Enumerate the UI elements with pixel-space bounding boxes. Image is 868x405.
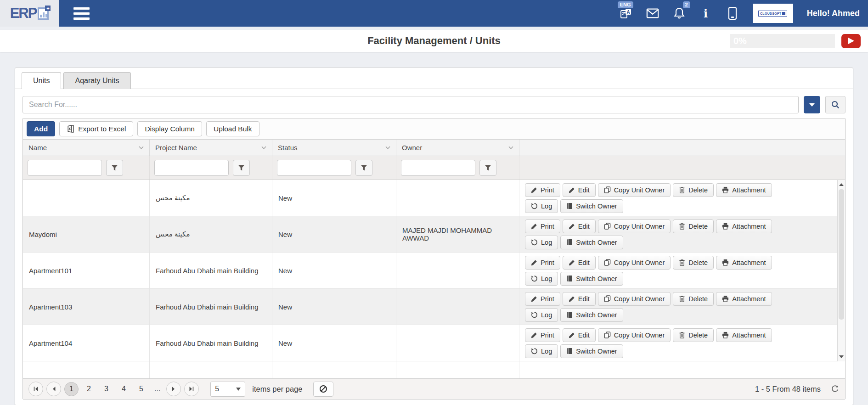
column-header-status[interactable]: Status — [272, 140, 396, 156]
page-button-5[interactable]: 5 — [134, 382, 148, 396]
search-input[interactable] — [23, 96, 799, 113]
delete-button[interactable]: Delete — [673, 219, 714, 233]
filter-button-project-name[interactable] — [233, 160, 250, 176]
copy-unit-owner-button[interactable]: Copy Unit Owner — [598, 292, 671, 306]
cell-project-name: Farhoud Abu Dhabi main Building — [150, 289, 272, 325]
edit-button[interactable]: Edit — [563, 256, 596, 270]
copy-unit-owner-button[interactable]: Copy Unit Owner — [598, 256, 671, 270]
erpa-logo[interactable]: ERP + — [0, 0, 59, 27]
video-help-button[interactable] — [841, 34, 861, 48]
log-button[interactable]: Log — [525, 272, 558, 286]
cell-project-name: Farhoud Abu Dhabi main Building — [150, 325, 272, 361]
column-header-name[interactable]: Name — [23, 140, 150, 156]
book-icon — [566, 348, 573, 354]
switch-owner-button[interactable]: Switch Owner — [560, 199, 623, 213]
edit-button[interactable]: Edit — [563, 219, 596, 233]
scroll-down-arrow[interactable] — [838, 353, 845, 360]
search-options-dropdown[interactable] — [804, 96, 820, 113]
copy-unit-owner-button[interactable]: Copy Unit Owner — [598, 183, 671, 197]
page-button-3[interactable]: 3 — [99, 382, 113, 396]
log-button[interactable]: Log — [525, 236, 558, 249]
tab-units[interactable]: Units — [22, 72, 61, 89]
edit-button[interactable]: Edit — [563, 328, 596, 342]
filter-button-status[interactable] — [355, 160, 372, 176]
print-button[interactable]: Print — [525, 256, 560, 270]
switch-owner-button[interactable]: Switch Owner — [560, 236, 623, 249]
refresh-button[interactable] — [830, 384, 840, 394]
info-icon: i — [704, 7, 708, 20]
user-greeting[interactable]: Hello! Ahmed — [807, 9, 860, 18]
trash-icon — [679, 259, 685, 266]
column-header-owner[interactable]: Owner — [396, 140, 519, 156]
history-icon — [531, 348, 538, 354]
search-icon — [831, 100, 840, 109]
last-page-icon — [189, 386, 194, 392]
filter-button-owner[interactable] — [479, 160, 496, 176]
scrollbar-thumb[interactable] — [839, 189, 844, 320]
chevron-down-icon[interactable] — [385, 146, 390, 149]
cell-actions: Print Edit Copy Unit Owner — [519, 180, 837, 216]
filter-input-owner[interactable] — [401, 160, 475, 176]
page-size-select[interactable]: 5 — [210, 382, 245, 397]
cancel-changes-button[interactable] — [313, 382, 333, 397]
log-button[interactable]: Log — [525, 308, 558, 322]
search-button[interactable] — [825, 96, 845, 113]
progress-value: 0% — [733, 36, 747, 46]
attachment-button[interactable]: Attachment — [716, 328, 772, 342]
upload-bulk-button[interactable]: Upload Bulk — [206, 121, 259, 136]
mobile-app-button[interactable] — [726, 6, 739, 20]
copy-icon — [604, 186, 611, 193]
copy-unit-owner-button[interactable]: Copy Unit Owner — [598, 219, 671, 233]
notifications-button[interactable]: 2 — [673, 6, 686, 20]
attachment-button[interactable]: Attachment — [716, 183, 772, 197]
add-button[interactable]: Add — [27, 121, 55, 136]
print-button[interactable]: Print — [525, 328, 560, 342]
switch-owner-button[interactable]: Switch Owner — [560, 308, 623, 322]
delete-button[interactable]: Delete — [673, 292, 714, 306]
last-page-button[interactable] — [184, 382, 199, 396]
attachment-button[interactable]: Attachment — [716, 292, 772, 306]
log-button[interactable]: Log — [525, 344, 558, 358]
print-button[interactable]: Print — [525, 292, 560, 306]
next-page-button[interactable] — [166, 382, 181, 396]
copy-unit-owner-button[interactable]: Copy Unit Owner — [598, 328, 671, 342]
print-button[interactable]: Print — [525, 219, 560, 233]
tab-aqaraty-units[interactable]: Aqaraty Units — [63, 72, 130, 89]
delete-button[interactable]: Delete — [673, 183, 714, 197]
display-column-button[interactable]: Display Column — [137, 121, 202, 136]
chevron-down-icon[interactable] — [261, 146, 266, 149]
delete-button[interactable]: Delete — [673, 328, 714, 342]
attachment-button[interactable]: Attachment — [716, 256, 772, 270]
previous-page-button[interactable] — [46, 382, 61, 396]
first-page-button[interactable] — [28, 382, 43, 396]
hamburger-menu-button[interactable] — [73, 7, 90, 20]
info-button[interactable]: i — [699, 6, 712, 20]
language-switch-button[interactable]: ENG A — [620, 6, 632, 20]
attachment-button[interactable]: Attachment — [716, 219, 772, 233]
pencil-icon — [569, 187, 575, 193]
vertical-scrollbar[interactable] — [837, 180, 845, 361]
scroll-up-arrow[interactable] — [838, 181, 845, 188]
history-icon — [531, 239, 538, 246]
log-button[interactable]: Log — [525, 199, 558, 213]
page-button-1[interactable]: 1 — [64, 382, 79, 396]
edit-button[interactable]: Edit — [563, 292, 596, 306]
switch-owner-button[interactable]: Switch Owner — [560, 344, 623, 358]
filter-input-name[interactable] — [28, 160, 102, 176]
column-header-project-name[interactable]: Project Name — [150, 140, 272, 156]
export-excel-button[interactable]: Export to Excel — [59, 121, 133, 136]
chevron-down-icon[interactable] — [508, 146, 513, 149]
switch-owner-button[interactable]: Switch Owner — [560, 272, 623, 286]
filter-input-status[interactable] — [277, 160, 351, 176]
page-button-2[interactable]: 2 — [82, 382, 96, 396]
svg-text:A: A — [626, 10, 630, 15]
pencil-icon — [569, 296, 575, 302]
chevron-down-icon[interactable] — [139, 146, 144, 149]
delete-button[interactable]: Delete — [673, 256, 714, 270]
filter-input-project-name[interactable] — [154, 160, 229, 176]
messages-button[interactable] — [646, 6, 659, 20]
print-button[interactable]: Print — [525, 183, 560, 197]
filter-button-name[interactable] — [106, 160, 123, 176]
edit-button[interactable]: Edit — [563, 183, 596, 197]
page-button-4[interactable]: 4 — [117, 382, 131, 396]
